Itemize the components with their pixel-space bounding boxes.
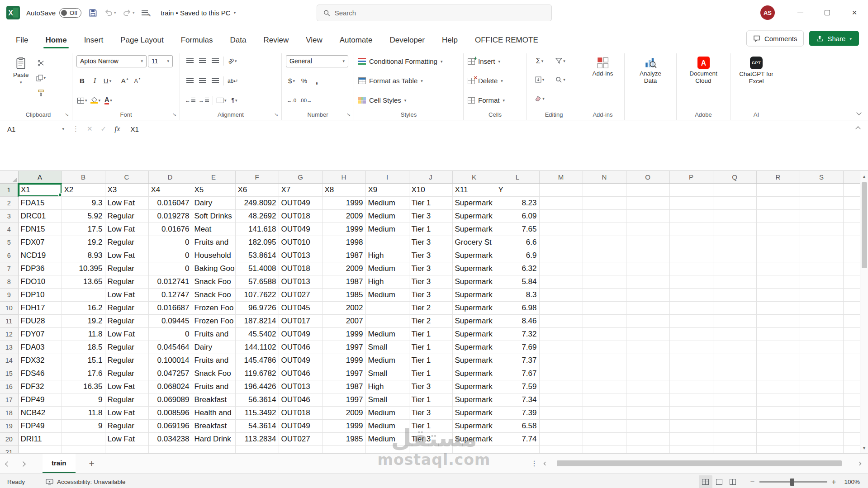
cell-B8[interactable]: 13.65 <box>62 275 105 288</box>
cell-K16[interactable]: Supermark <box>452 380 496 393</box>
cell-D1[interactable]: X4 <box>148 183 192 196</box>
cell-N8[interactable] <box>583 275 626 288</box>
cell-I5[interactable] <box>365 236 409 249</box>
cell-L20[interactable]: 7.74 <box>496 432 539 445</box>
cell-J5[interactable]: Tier 3 <box>409 236 452 249</box>
add-ins-button[interactable]: Add-ins <box>588 54 618 77</box>
accessibility-status[interactable]: Accessibility: Unavailable <box>57 479 126 485</box>
cell-J13[interactable]: Tier 1 <box>409 341 452 354</box>
cell-C13[interactable]: Regular <box>105 341 148 354</box>
cell-J9[interactable]: Tier 3 <box>409 288 452 301</box>
cell-E17[interactable]: Breakfast <box>192 393 235 406</box>
cell-M3[interactable] <box>539 209 583 223</box>
percent-style-button[interactable]: % <box>299 75 310 87</box>
cell-S14[interactable] <box>800 354 843 367</box>
cell-C5[interactable]: Regular <box>105 236 148 249</box>
cell-M13[interactable] <box>539 341 583 354</box>
cell-Q16[interactable] <box>713 380 756 393</box>
cell-H3[interactable]: 2009 <box>322 209 365 223</box>
cell-I17[interactable]: Small <box>365 393 409 406</box>
cell-B5[interactable]: 19.2 <box>62 236 105 249</box>
cell-R1[interactable] <box>756 183 800 196</box>
cell-A4[interactable]: FDN15 <box>18 223 62 236</box>
cell-R2[interactable] <box>756 196 800 209</box>
horizontal-scrollbar[interactable] <box>544 460 861 466</box>
cell-B7[interactable]: 10.395 <box>62 262 105 275</box>
cell-N18[interactable] <box>583 406 626 419</box>
cell-E1[interactable]: X5 <box>192 183 235 196</box>
cell-E10[interactable]: Frozen Foo <box>192 301 235 314</box>
cell-I12[interactable]: Medium <box>365 327 409 341</box>
cell-N9[interactable] <box>583 288 626 301</box>
cell-N6[interactable] <box>583 249 626 262</box>
cell-J14[interactable]: Tier 1 <box>409 354 452 367</box>
tab-office-remote[interactable]: OFFICE REMOTE <box>466 32 547 48</box>
cell-H19[interactable]: 1999 <box>322 419 365 432</box>
cell-Q11[interactable] <box>713 314 756 327</box>
row-header-20[interactable]: 20 <box>0 432 18 445</box>
cell-G17[interactable]: OUT046 <box>279 393 322 406</box>
cell-F4[interactable]: 141.618 <box>235 223 279 236</box>
cell-N21[interactable] <box>583 445 626 453</box>
cell-I8[interactable]: High <box>365 275 409 288</box>
cell-O13[interactable] <box>626 341 669 354</box>
cell-P13[interactable] <box>669 341 713 354</box>
page-break-view-button[interactable] <box>726 475 740 488</box>
cell-O11[interactable] <box>626 314 669 327</box>
cell-D10[interactable]: 0.016687 <box>148 301 192 314</box>
cell-L3[interactable]: 6.09 <box>496 209 539 223</box>
row-header-16[interactable]: 16 <box>0 380 18 393</box>
cell-F12[interactable]: 45.5402 <box>235 327 279 341</box>
cell-A20[interactable]: DRI11 <box>18 432 62 445</box>
fill-handle[interactable] <box>58 193 62 196</box>
cell-F14[interactable]: 145.4786 <box>235 354 279 367</box>
accounting-format-button[interactable]: $▾ <box>286 75 297 87</box>
cell-O1[interactable] <box>626 183 669 196</box>
cell-I21[interactable] <box>365 445 409 453</box>
row-header-11[interactable]: 11 <box>0 314 18 327</box>
cell-S4[interactable] <box>800 223 843 236</box>
cell-D12[interactable]: 0 <box>148 327 192 341</box>
search-input[interactable] <box>335 9 545 17</box>
cell-A13[interactable]: FDA03 <box>18 341 62 354</box>
cell-D17[interactable]: 0.069089 <box>148 393 192 406</box>
cell-D18[interactable]: 0.008596 <box>148 406 192 419</box>
cell-styles-button[interactable]: Cell Styles ▾ <box>358 93 459 107</box>
new-sheet-button[interactable]: + <box>89 458 95 469</box>
cell-M2[interactable] <box>539 196 583 209</box>
share-button[interactable]: Share ▾ <box>809 31 859 46</box>
cell-R8[interactable] <box>756 275 800 288</box>
cell-O10[interactable] <box>626 301 669 314</box>
customize-quick-access-button[interactable] <box>142 10 148 15</box>
italic-button[interactable]: I <box>89 75 100 87</box>
zoom-out-button[interactable]: − <box>746 478 759 487</box>
cell-H15[interactable]: 1997 <box>322 367 365 380</box>
cell-K4[interactable]: Supermark <box>452 223 496 236</box>
cell-N5[interactable] <box>583 236 626 249</box>
cell-J4[interactable]: Tier 1 <box>409 223 452 236</box>
cell-P4[interactable] <box>669 223 713 236</box>
formula-input[interactable]: X1 <box>124 125 848 133</box>
cell-D9[interactable]: 0.12747 <box>148 288 192 301</box>
formula-bar-expanded-area[interactable] <box>0 137 868 171</box>
name-box[interactable]: A1 ▾ <box>0 120 69 137</box>
cell-M19[interactable] <box>539 419 583 432</box>
cell-M9[interactable] <box>539 288 583 301</box>
cell-P1[interactable] <box>669 183 713 196</box>
align-center-button[interactable] <box>197 75 208 87</box>
font-name-select[interactable]: Aptos Narrow ▾ <box>76 55 147 67</box>
cell-O18[interactable] <box>626 406 669 419</box>
scroll-down-arrow[interactable]: ▾ <box>863 443 865 453</box>
cell-I10[interactable] <box>365 301 409 314</box>
tab-view[interactable]: View <box>297 32 331 48</box>
cell-C21[interactable] <box>105 445 148 453</box>
cell-K19[interactable]: Supermark <box>452 419 496 432</box>
tab-formulas[interactable]: Formulas <box>172 32 222 48</box>
cell-L5[interactable]: 6.6 <box>496 236 539 249</box>
cell-B21[interactable] <box>62 445 105 453</box>
row-header-19[interactable]: 19 <box>0 419 18 432</box>
cell-J17[interactable]: Tier 1 <box>409 393 452 406</box>
cell-H9[interactable]: 1985 <box>322 288 365 301</box>
cell-G7[interactable]: OUT018 <box>279 262 322 275</box>
cell-G18[interactable]: OUT018 <box>279 406 322 419</box>
